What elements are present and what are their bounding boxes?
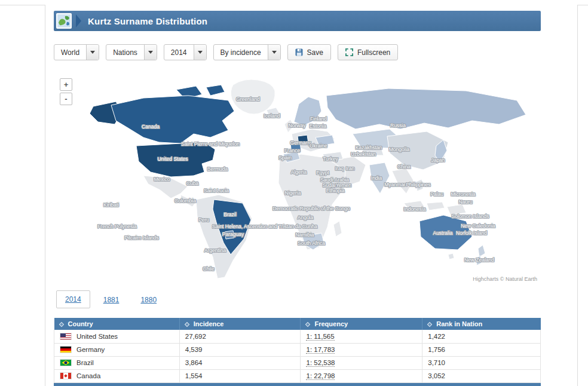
save-button-label: Save bbox=[307, 48, 323, 57]
map-attribution[interactable]: Highcharts © Natural Earth bbox=[473, 276, 537, 282]
incidence-cell: 3,864 bbox=[179, 356, 301, 369]
rank-cell: 1,422 bbox=[422, 330, 541, 343]
chevron-down-icon[interactable] bbox=[268, 45, 280, 60]
tab-1881[interactable]: 1881 bbox=[95, 292, 128, 308]
incidence-cell: 1,554 bbox=[179, 369, 301, 382]
distribution-table: Country Incidence Frequency Rank in Nati… bbox=[54, 318, 541, 383]
us-flag-icon bbox=[60, 333, 72, 340]
toolbar: World Nations 2014 By incidence bbox=[54, 44, 541, 60]
fullscreen-icon bbox=[345, 48, 353, 56]
rank-cell: 3,710 bbox=[422, 356, 541, 369]
germany-flag-icon bbox=[60, 346, 72, 353]
table-footer-bar bbox=[54, 383, 541, 386]
chevron-down-icon[interactable] bbox=[86, 45, 99, 60]
fullscreen-button[interactable]: Fullscreen bbox=[338, 44, 398, 60]
sort-icon bbox=[305, 322, 310, 327]
year-tabs: 2014 1881 1880 bbox=[54, 290, 541, 308]
rank-cell: 3,052 bbox=[422, 369, 541, 382]
column-header-country[interactable]: Country bbox=[54, 318, 180, 330]
brazil-flag-icon bbox=[60, 359, 72, 366]
country-cell: Germany bbox=[54, 343, 180, 356]
table-row: Brazil 3,864 1: 52,538 3,710 bbox=[54, 356, 541, 369]
column-header-frequency[interactable]: Frequency bbox=[301, 318, 422, 330]
metric-select[interactable]: By incidence bbox=[213, 44, 281, 60]
world-map[interactable]: + - GreenlandIcelandNorwayFinlandEstonia… bbox=[54, 71, 541, 286]
chevron-down-icon[interactable] bbox=[194, 45, 206, 60]
save-button[interactable]: Save bbox=[287, 44, 331, 60]
tab-2014[interactable]: 2014 bbox=[56, 290, 90, 308]
fullscreen-button-label: Fullscreen bbox=[357, 48, 390, 57]
country-cell: Canada bbox=[54, 369, 180, 382]
table-row: Canada 1,554 1: 22,798 3,052 bbox=[54, 369, 541, 382]
page-title: Kurtz Surname Distribution bbox=[88, 16, 207, 26]
incidence-cell: 27,692 bbox=[179, 330, 301, 343]
country-cell: Brazil bbox=[54, 356, 180, 369]
year-select-value: 2014 bbox=[164, 45, 194, 60]
column-header-rank[interactable]: Rank in Nation bbox=[422, 318, 541, 330]
region-select[interactable]: World bbox=[54, 44, 99, 60]
table-row: United States 27,692 1: 11,565 1,422 bbox=[54, 330, 541, 343]
chevron-down-icon[interactable] bbox=[144, 45, 157, 60]
zoom-in-button[interactable]: + bbox=[60, 78, 72, 91]
region-select-value: World bbox=[54, 45, 86, 60]
incidence-cell: 4,539 bbox=[179, 343, 301, 356]
year-select[interactable]: 2014 bbox=[164, 44, 207, 60]
frequency-cell: 1: 17,783 bbox=[301, 343, 422, 356]
module-header: Kurtz Surname Distribution bbox=[54, 11, 541, 31]
frequency-cell: 1: 22,798 bbox=[301, 369, 422, 382]
breadcrumb-chevron-icon bbox=[76, 14, 81, 27]
tab-1880[interactable]: 1880 bbox=[132, 292, 165, 308]
frequency-cell: 1: 11,565 bbox=[301, 330, 422, 343]
table-header-row: Country Incidence Frequency Rank in Nati… bbox=[54, 318, 541, 330]
division-select-value: Nations bbox=[106, 45, 144, 60]
world-map-svg bbox=[54, 71, 541, 286]
metric-select-value: By incidence bbox=[214, 45, 268, 60]
column-header-incidence[interactable]: Incidence bbox=[179, 318, 301, 330]
frequency-cell: 1: 52,538 bbox=[301, 356, 422, 369]
page-container: Kurtz Surname Distribution World Nations… bbox=[45, 5, 578, 386]
division-select[interactable]: Nations bbox=[106, 44, 157, 60]
sort-icon bbox=[59, 322, 63, 327]
sort-icon bbox=[184, 322, 189, 327]
save-icon bbox=[295, 48, 303, 56]
table-row: Germany 4,539 1: 17,783 1,756 bbox=[54, 343, 541, 356]
canada-flag-icon bbox=[60, 372, 72, 379]
country-cell: United States bbox=[54, 330, 180, 343]
map-thumbnail-icon bbox=[56, 13, 72, 29]
zoom-out-button[interactable]: - bbox=[60, 93, 72, 105]
sort-icon bbox=[427, 322, 432, 327]
rank-cell: 1,756 bbox=[422, 343, 541, 356]
